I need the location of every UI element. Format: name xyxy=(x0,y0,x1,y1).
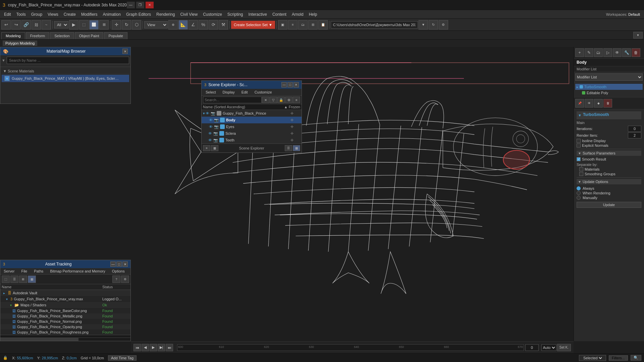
mod-delete-icon[interactable]: 🗑 xyxy=(603,99,612,108)
next-frame-end-button[interactable]: ⏭ xyxy=(166,344,173,351)
asset-close-button[interactable]: ✕ xyxy=(122,261,128,267)
mat-search-input[interactable] xyxy=(7,57,129,64)
tab-options-button[interactable]: ▼ xyxy=(633,32,643,39)
asset-row-normal[interactable]: 🖼 Guppy_Fish_Black_Prince_Normal.png Fou… xyxy=(0,319,130,324)
mat-panel-titlebar[interactable]: 🎨 Material/Map Browser ✕ xyxy=(0,47,130,55)
modifier-turbosmooth[interactable]: ▸ TurboSmooth xyxy=(575,84,643,90)
render-iters-input[interactable] xyxy=(628,132,641,138)
asset-scrollbar[interactable] xyxy=(0,335,130,338)
tab-modeling[interactable]: Modeling xyxy=(1,32,25,39)
named-sel-button[interactable]: ▣ xyxy=(278,20,287,29)
rp-hierarchy-icon[interactable]: 🗂 xyxy=(594,48,603,57)
asset-tb-list3[interactable]: ⊞ xyxy=(19,276,27,283)
asset-tb-help[interactable]: ? xyxy=(112,276,120,283)
scale-button[interactable]: ⬡ xyxy=(132,20,141,29)
selected-dropdown[interactable]: Selected xyxy=(582,356,603,360)
view-select[interactable]: View xyxy=(144,21,168,28)
scene-row-group[interactable]: ▾ 👁 📷 Guppy_Fish_Black_Prince ✛ xyxy=(202,110,302,117)
ts-materials-check[interactable]: Materials xyxy=(577,167,641,171)
asset-menu-paths[interactable]: Paths xyxy=(31,268,47,274)
scene-search-input[interactable] xyxy=(203,97,262,103)
prev-frame-button[interactable]: ◀ xyxy=(142,344,149,351)
path-options-button[interactable]: ⚙ xyxy=(439,20,448,29)
scene-row-sclera[interactable]: 👁 📷 Sclera ✛ xyxy=(202,130,302,137)
menu-rendering[interactable]: Rendering xyxy=(154,11,177,18)
mat-panel-close-button[interactable]: ✕ xyxy=(122,49,128,54)
prev-frame-start-button[interactable]: ⏮ xyxy=(133,344,141,351)
asset-row-maxfile[interactable]: ▾ 3 Guppy_Fish_Black_Prince_max_vray.max… xyxy=(0,296,130,302)
menu-views[interactable]: Views xyxy=(45,11,61,18)
asset-row-roughness[interactable]: 🖼 Guppy_Fish_Black_Prince_Roughness.png … xyxy=(0,329,130,335)
menu-edit[interactable]: Edit xyxy=(1,11,14,18)
mat-item-1[interactable]: V Guppy_Fish_Black_Prince_MAT ( VRayMtl … xyxy=(2,75,129,82)
asset-maximize-button[interactable]: □ xyxy=(116,261,122,267)
menu-help[interactable]: Help xyxy=(306,11,320,18)
explicit-normals-checkbox[interactable] xyxy=(577,143,581,147)
maximize-button[interactable]: ❐ xyxy=(136,2,144,8)
subtab-polygon-modeling[interactable]: Polygon Modeling xyxy=(3,41,37,46)
scene-close-button[interactable]: ✕ xyxy=(293,82,299,87)
radio-always[interactable]: Always xyxy=(577,186,641,190)
isoline-checkbox[interactable] xyxy=(577,139,581,143)
tab-populate[interactable]: Populate xyxy=(104,32,127,39)
asset-row-basecolor[interactable]: 🖼 Guppy_Fish_Black_Prince_BaseColor.png … xyxy=(0,308,130,313)
menu-create[interactable]: Create xyxy=(61,11,78,18)
scene-nav-layers[interactable]: ≡ xyxy=(203,145,210,151)
scene-row-body[interactable]: 👁 📷 Body ✛ xyxy=(202,117,302,123)
scene-tab-display[interactable]: Display xyxy=(220,89,237,95)
create-selection-set-button[interactable]: Create Selection Set ▼ xyxy=(231,21,275,29)
rotate-button[interactable]: ↻ xyxy=(122,20,131,29)
link-button[interactable]: 🔗 xyxy=(21,20,31,29)
select-button[interactable]: ▶ xyxy=(69,20,78,29)
unlink-button[interactable]: ⛓ xyxy=(32,20,41,29)
rp-edit-icon[interactable]: ✎ xyxy=(585,48,593,57)
modifier-editable-poly[interactable]: Editable Poly xyxy=(575,90,643,96)
menu-content[interactable]: Content xyxy=(270,11,289,18)
pivot-button[interactable]: ⊕ xyxy=(168,20,178,29)
mod-show-icon[interactable]: 👁 xyxy=(585,99,593,108)
browse-button[interactable]: ▼ xyxy=(419,20,428,29)
select-region-button[interactable]: ⬚ xyxy=(79,20,89,29)
select-similar-button[interactable]: ⊞ xyxy=(308,20,318,29)
asset-panel-titlebar[interactable]: 3 Asset Tracking — □ ✕ xyxy=(0,260,130,268)
prop-editor-button[interactable]: 📋 xyxy=(318,20,328,29)
radio-manually[interactable]: Manually xyxy=(577,196,641,200)
rp-display-icon[interactable]: 👁 xyxy=(613,48,622,57)
asset-tb-list4[interactable]: ▦ xyxy=(28,276,36,283)
update-button[interactable]: Update xyxy=(577,202,641,208)
filter-select[interactable]: All xyxy=(54,21,68,28)
asset-row-metallic[interactable]: 🖼 Guppy_Fish_Black_Prince_Metallic.png F… xyxy=(0,313,130,319)
menu-tools[interactable]: Tools xyxy=(14,11,29,18)
smooth-result-checkbox[interactable]: ✓ xyxy=(577,157,581,161)
asset-menu-bitmap[interactable]: Bitmap Performance and Memory xyxy=(47,268,108,274)
asset-hscrollbar[interactable] xyxy=(0,338,130,341)
asset-menu-options[interactable]: Options xyxy=(109,268,128,274)
next-frame-button[interactable]: ▶| xyxy=(158,344,165,351)
menu-animation[interactable]: Animation xyxy=(100,11,123,18)
scene-panel-titlebar[interactable]: 3 Scene Explorer - Sc... — □ ✕ xyxy=(202,81,302,89)
ts-smoothing-groups-check[interactable]: Smoothing Groups xyxy=(577,172,641,176)
asset-menu-server[interactable]: Server xyxy=(0,268,18,274)
scene-footer-list-btn[interactable]: ☰ xyxy=(285,145,292,151)
ts-smooth-result-check[interactable]: ✓ Smooth Result xyxy=(577,157,641,161)
scene-tab-customize[interactable]: Customize xyxy=(252,89,275,95)
rp-add-icon[interactable]: + xyxy=(575,48,584,57)
move-button[interactable]: ✛ xyxy=(112,20,121,29)
ts-explicit-normals-check[interactable]: Explicit Normals xyxy=(577,143,641,147)
rp-motion-icon[interactable]: ▷ xyxy=(603,48,612,57)
radio-when-rendering[interactable]: When Rendering xyxy=(577,191,641,195)
asset-tb-list2[interactable]: ☰ xyxy=(10,276,18,283)
scene-footer-grid-btn[interactable]: ▦ xyxy=(293,145,300,151)
iterations-input[interactable] xyxy=(628,126,641,132)
asset-row-vault[interactable]: ▸ 🗄 Autodesk Vault xyxy=(0,290,130,296)
scene-nav-objects[interactable]: ▦ xyxy=(211,145,218,151)
tab-selection[interactable]: Selection xyxy=(50,32,74,39)
auto-key-select[interactable]: Auto xyxy=(541,344,556,351)
scene-row-teeth[interactable]: 👁 📷 Teeth ✛ xyxy=(202,137,302,143)
scene-settings-btn[interactable]: ⚙ xyxy=(285,97,292,103)
scene-minimize-button[interactable]: — xyxy=(281,82,287,87)
add-time-tag-button[interactable]: Add Time Tag xyxy=(108,355,137,361)
tab-freeform[interactable]: Freeform xyxy=(26,32,50,39)
ts-isoline-check[interactable]: Isoline Display xyxy=(577,139,641,143)
refresh-button[interactable]: ↻ xyxy=(429,20,438,29)
